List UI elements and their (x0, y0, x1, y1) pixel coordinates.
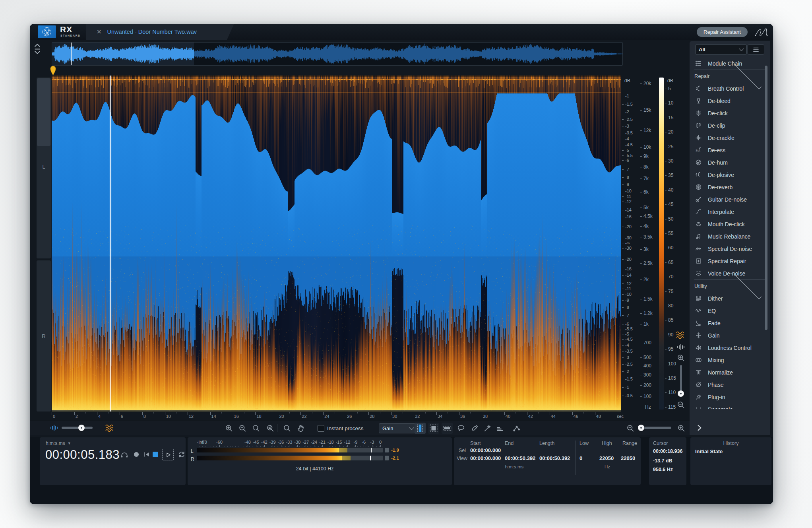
module-item-module-chain[interactable]: Module Chain (690, 57, 770, 70)
module-item-gain[interactable]: Gain (690, 329, 770, 342)
time-frequency-selection-tool[interactable] (428, 423, 439, 434)
sel-start-value[interactable]: 00:00:00.000 (470, 447, 501, 453)
waveform-view-icon[interactable] (50, 424, 58, 431)
zoom-in-time-button[interactable] (224, 423, 234, 433)
module-item-de-reverb[interactable]: De-reverb (690, 181, 770, 193)
module-item-de-clip[interactable]: De-clip (690, 119, 770, 132)
view-blend-slider-knob[interactable] (78, 425, 85, 431)
stop-button[interactable] (153, 452, 158, 457)
view-row-label: View (457, 456, 467, 461)
view-length-value[interactable]: 00:00:50.392 (539, 455, 570, 461)
time-ruler[interactable]: sec 024681012141618202224262830323436384… (52, 412, 621, 421)
freq-range-value[interactable]: 22050 (621, 455, 635, 461)
module-item-de-ess[interactable]: SsDe-ess (690, 144, 770, 156)
instant-process-checkbox[interactable] (318, 425, 324, 432)
module-item-mixing[interactable]: Mixing (690, 354, 770, 366)
loop-button[interactable] (176, 449, 187, 460)
nodes-tool-button[interactable] (512, 423, 522, 433)
vertical-zoom-out-icon[interactable] (677, 401, 685, 409)
repair-assistant-button[interactable]: Repair Assistant (697, 27, 748, 37)
go-to-start-button[interactable] (141, 449, 152, 460)
spectrogram-view-icon[interactable] (105, 424, 116, 433)
meter-minor-tick (197, 446, 197, 447)
status-bar: h:m:s.ms ▼ 00:00:05.183 L -1.9 R (30, 437, 773, 504)
meter-minor-tick (376, 446, 377, 447)
module-section-header-repair[interactable]: Repair (694, 70, 765, 82)
module-menu-button[interactable] (748, 45, 764, 54)
module-item-normalize[interactable]: Normalize (690, 366, 770, 379)
vertical-zoom-slider-knob[interactable] (678, 390, 684, 397)
freq-low-value[interactable]: 0 (579, 455, 582, 461)
module-item-de-plosive[interactable]: De-plosive (690, 169, 770, 181)
zoom-out-time-button[interactable] (237, 423, 248, 433)
playhead-time-display[interactable]: 00:00:05.183 (45, 448, 120, 462)
time-format-selector[interactable]: h:m:s.ms ▼ (46, 441, 71, 446)
time-selection-tool[interactable] (415, 423, 426, 434)
waveform-overview[interactable] (52, 42, 623, 66)
record-button[interactable] (131, 449, 141, 460)
close-tab-icon[interactable]: ✕ (97, 28, 102, 35)
ruler-tick (515, 412, 516, 413)
zoom-reset-button[interactable] (265, 423, 275, 433)
history-item[interactable]: Initial State (690, 446, 771, 454)
meter-minor-tick (307, 446, 308, 447)
clip-indicator-right[interactable] (385, 456, 389, 460)
module-item-interpolate[interactable]: Interpolate (690, 206, 770, 218)
zoom-selection-button[interactable] (251, 423, 261, 433)
module-item-mouth-de-click[interactable]: Mouth De-click (690, 218, 770, 230)
panel-collapse-icon[interactable] (696, 424, 703, 432)
view-blend-slider[interactable] (62, 427, 93, 429)
lasso-tool-button[interactable] (456, 423, 466, 433)
spectrogram-colorbar[interactable] (659, 78, 664, 410)
h-zoom-out-button[interactable] (625, 423, 636, 433)
module-item-de-click[interactable]: De-click (690, 107, 770, 119)
vertical-zoom-slider[interactable] (680, 365, 682, 394)
module-item-fade[interactable]: Fade (690, 317, 770, 329)
phase-icon (695, 382, 703, 388)
freq-high-value[interactable]: 22050 (599, 455, 614, 461)
module-item-plug-in[interactable]: Plug-in (690, 391, 770, 403)
brush-tool-button[interactable] (469, 423, 480, 433)
desktop-background: RX STANDARD ✕ Unwanted - Door Number Two… (0, 0, 812, 528)
module-item-de-bleed[interactable]: De-bleed (690, 95, 770, 107)
file-tab[interactable]: ✕ Unwanted - Door Number Two.wav (86, 24, 234, 40)
module-item-spectral-de-noise[interactable]: Spectral De-noise (690, 243, 770, 255)
play-button[interactable] (162, 449, 174, 460)
module-item-guitar-de-noise[interactable]: Guitar De-noise (690, 193, 770, 206)
module-item-music-rebalance[interactable]: Music Rebalance (690, 230, 770, 243)
amp-tick-top: -16 (622, 214, 632, 219)
spectrogram-display[interactable] (52, 76, 621, 412)
magnify-tool-button[interactable] (282, 423, 292, 433)
monitor-button[interactable] (119, 449, 130, 460)
fill-tool-button[interactable] (495, 423, 505, 433)
module-item-loudness-control[interactable]: Loudness Control (690, 342, 770, 354)
module-filter-select[interactable]: All (695, 45, 747, 54)
module-item-de-crackle[interactable]: De-crackle (690, 132, 770, 144)
module-item-resample[interactable]: Resample (690, 403, 770, 409)
spectrogram-emphasis-icon[interactable] (675, 331, 686, 340)
vertical-zoom-in-icon[interactable] (677, 354, 685, 362)
app-brand-edition: STANDARD (60, 34, 81, 37)
h-zoom-slider-knob[interactable] (638, 425, 644, 431)
h-zoom-in-button[interactable] (676, 423, 686, 433)
view-end-value[interactable]: 00:00:50.392 (505, 455, 535, 461)
module-item-voice-de-noise[interactable]: Voice De-noise (690, 267, 770, 280)
overview-expand-icon[interactable] (33, 43, 42, 55)
module-item-de-hum[interactable]: De-hum (690, 156, 770, 169)
module-item-spectral-repair[interactable]: Spectral Repair (690, 255, 770, 267)
playhead-pin[interactable] (50, 65, 56, 76)
waveform-emphasis-icon[interactable] (676, 344, 685, 351)
clip-indicator-left[interactable] (385, 448, 389, 452)
meter-right-label: R (191, 456, 194, 462)
module-list-scrollbar[interactable] (765, 66, 767, 330)
module-item-eq[interactable]: EQ (690, 305, 770, 317)
module-section-header-utility[interactable]: Utility (694, 280, 765, 292)
view-start-value[interactable]: 00:00:00.000 (470, 455, 501, 461)
module-item-phase[interactable]: Phase (690, 379, 770, 391)
magic-wand-tool-button[interactable] (482, 423, 492, 433)
izotope-logo[interactable] (38, 25, 56, 38)
gutter-scroll-thumb[interactable] (37, 78, 50, 146)
process-selector[interactable]: Gain (379, 423, 417, 433)
frequency-selection-tool[interactable] (442, 423, 453, 434)
grab-tool-button[interactable] (295, 423, 306, 433)
